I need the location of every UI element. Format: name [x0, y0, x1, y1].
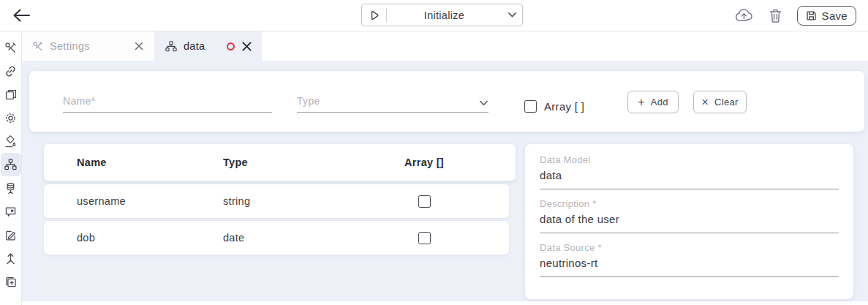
x-icon: ×: [701, 97, 709, 108]
table-row[interactable]: dob date: [44, 221, 509, 255]
tab-bar: Settings data: [22, 31, 868, 61]
array-checkbox-group[interactable]: Array [ ]: [524, 100, 584, 113]
column-header-name: Name: [77, 144, 107, 181]
play-icon[interactable]: [362, 8, 387, 22]
data-model-field: Data Model data: [540, 154, 839, 189]
row-array-cell: [384, 221, 464, 255]
database-icon: [4, 182, 17, 195]
data-model-editor: Name* Type Array [ ] + Add: [22, 61, 868, 301]
description-field: Description * data of the user: [540, 198, 839, 233]
data-model-input[interactable]: data: [540, 169, 839, 189]
sidebar-item-chat[interactable]: [1, 200, 21, 223]
copy-plus-icon: [4, 276, 17, 288]
tab-data[interactable]: data: [155, 31, 262, 61]
description-input[interactable]: data of the user: [540, 213, 839, 233]
link-icon: [4, 65, 17, 78]
chat-bubble-icon: [4, 206, 17, 218]
save-button[interactable]: Save: [797, 6, 856, 26]
add-field-form: Name* Type Array [ ] + Add: [29, 71, 864, 132]
save-button-label: Save: [822, 10, 848, 22]
clear-button-label: Clear: [714, 97, 739, 108]
field-type-placeholder: Type: [297, 95, 320, 107]
fields-table-header: Name Type Array []: [44, 144, 516, 181]
cloud-upload-icon[interactable]: [734, 7, 754, 23]
row-type-value: date: [223, 221, 244, 255]
data-model-label: Data Model: [540, 154, 839, 165]
sidebar-item-theme[interactable]: [1, 129, 21, 153]
field-name-placeholder: Name*: [63, 95, 95, 107]
add-button[interactable]: + Add: [627, 91, 679, 113]
plus-icon: +: [638, 97, 645, 108]
unsaved-changes-dot: [227, 42, 235, 50]
sidebar-item-pages[interactable]: [1, 83, 21, 106]
close-icon[interactable]: [241, 41, 252, 51]
hierarchy-icon: [4, 159, 17, 170]
main-area: Settings data Name* T: [0, 31, 868, 305]
row-array-checkbox[interactable]: [418, 232, 431, 244]
add-button-label: Add: [651, 97, 668, 108]
array-checkbox-label: Array [ ]: [544, 100, 584, 113]
array-checkbox[interactable]: [524, 100, 537, 113]
app-window: Initialize Save: [0, 0, 868, 305]
model-details-panel: Data Model data Description * data of th…: [525, 144, 853, 299]
field-name-input[interactable]: Name*: [63, 91, 272, 113]
gear-icon: [4, 112, 17, 124]
data-source-field: Data Source * neutrinos-rt: [540, 242, 839, 277]
run-control[interactable]: Initialize: [361, 4, 523, 26]
field-type-select[interactable]: Type: [297, 91, 488, 113]
column-header-type: Type: [223, 144, 248, 181]
tools-icon: [4, 42, 17, 54]
description-label: Description *: [540, 198, 839, 209]
topbar-actions: Save: [734, 6, 856, 26]
floppy-save-icon: [806, 10, 817, 21]
paint-bucket-icon: [4, 135, 17, 148]
sidebar-item-clone[interactable]: [1, 270, 21, 293]
sidebar-item-notes[interactable]: [1, 223, 21, 246]
back-button[interactable]: [12, 4, 37, 26]
note-edit-icon: [4, 229, 17, 241]
row-array-checkbox[interactable]: [418, 195, 431, 208]
sidebar-item-link[interactable]: [1, 59, 21, 83]
row-type-value: string: [223, 184, 250, 218]
column-header-array: Array []: [384, 144, 464, 181]
content-column: Settings data Name* T: [22, 31, 868, 305]
arrow-up-icon: [4, 252, 17, 265]
hierarchy-icon: [165, 41, 177, 52]
back-arrow-icon: [12, 7, 31, 23]
sidebar-item-database[interactable]: [1, 176, 21, 200]
tool-sidebar: [0, 31, 22, 305]
tab-data-label: data: [184, 40, 220, 52]
tab-settings-label: Settings: [50, 40, 127, 52]
sidebar-item-publish[interactable]: [1, 246, 21, 270]
run-target-label: Initialize: [387, 10, 502, 21]
data-source-input[interactable]: neutrinos-rt: [540, 257, 839, 277]
delete-trash-icon[interactable]: [769, 8, 782, 23]
chevron-down-icon[interactable]: [502, 12, 522, 18]
chevron-down-icon: [479, 100, 488, 107]
bottom-strip: [22, 301, 868, 305]
sidebar-item-gear[interactable]: [1, 106, 21, 129]
clear-button[interactable]: × Clear: [693, 91, 747, 113]
tab-settings[interactable]: Settings: [22, 31, 155, 61]
row-name-value: username: [77, 184, 126, 218]
close-icon[interactable]: [134, 41, 144, 51]
tools-icon: [32, 41, 43, 52]
top-bar: Initialize Save: [0, 0, 868, 31]
sidebar-item-data-model[interactable]: [1, 153, 21, 176]
table-row[interactable]: username string: [44, 184, 509, 218]
sidebar-item-tools[interactable]: [1, 36, 21, 59]
pages-icon: [4, 89, 17, 101]
row-array-cell: [384, 184, 464, 218]
data-source-label: Data Source *: [540, 242, 839, 253]
row-name-value: dob: [77, 221, 95, 255]
